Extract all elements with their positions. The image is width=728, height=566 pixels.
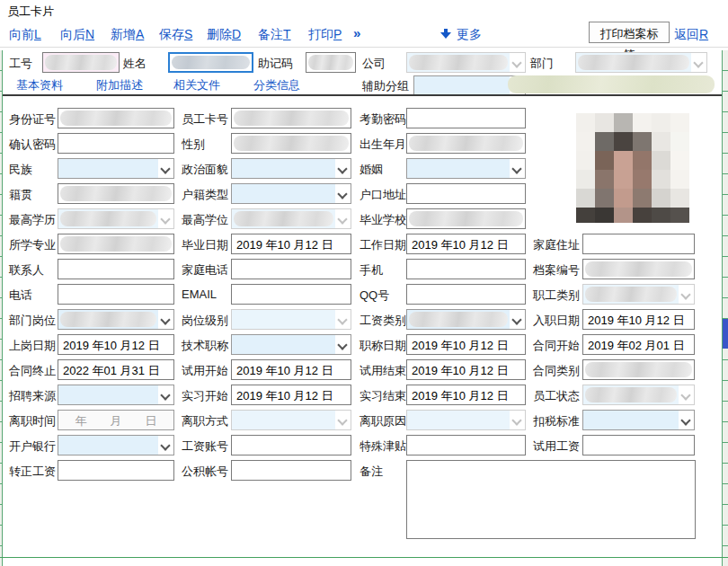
field-label: 合同类别 [533,363,580,379]
combo-box[interactable] [582,284,695,305]
field-label: 试用开始 [182,363,228,379]
photo-mosaic-cell [652,132,670,151]
combo-box[interactable] [231,208,351,229]
text-input[interactable] [231,108,351,128]
text-input[interactable] [582,259,695,279]
combo-box[interactable] [58,435,174,455]
date-input[interactable]: 2019 年10 月12 日 [406,334,526,355]
photo-mosaic-cell [633,170,652,189]
text-input[interactable] [582,359,695,380]
chevron-down-icon [510,159,525,178]
photo-mosaic-cell [652,170,670,189]
field-label: 部门岗位 [9,313,56,329]
combo-box[interactable] [231,309,351,330]
tab-category-info[interactable]: 分类信息 [253,77,300,93]
combo-box[interactable] [231,183,351,204]
text-input[interactable] [406,259,526,279]
photo-mosaic-cell [633,132,652,151]
toolbar-button-a[interactable]: 新增A [111,27,144,43]
combo-box[interactable] [58,385,174,405]
combo-box[interactable] [231,158,351,179]
text-input[interactable] [231,435,351,455]
text-input[interactable] [168,52,253,73]
text-input[interactable] [231,460,351,481]
tab-extra-desc[interactable]: 附加描述 [96,77,143,93]
text-input[interactable] [406,435,526,455]
text-input[interactable] [58,284,174,305]
date-input[interactable]: 2019 年10 月12 日 [406,359,526,380]
date-input[interactable]: 2019 年10 月12 日 [231,234,351,254]
date-input[interactable]: 2022 年01 月31 日 [58,359,174,380]
text-input[interactable] [231,133,351,154]
tab-related-files[interactable]: 相关文件 [173,77,220,93]
combo-box[interactable] [58,158,174,179]
combo-box[interactable] [582,410,695,430]
date-input[interactable]: 2019 年10 月12 日 [231,385,351,405]
combo-value [583,411,679,429]
chevron-down-icon [335,209,351,228]
text-input[interactable] [58,183,174,204]
combo-value [232,209,335,228]
double-chevron-icon[interactable]: » [353,25,360,40]
field-label: 职称日期 [360,338,406,354]
toolbar-button-p[interactable]: 打印P [308,27,342,43]
date-input[interactable]: 2019 年10 月12 日 [406,234,526,254]
chevron-down-icon [335,159,351,178]
tab-basic-info[interactable]: 基本资料 [16,77,63,93]
text-input[interactable] [582,435,695,455]
date-input[interactable]: 2019 年10 月12 日 [58,334,174,355]
text-input[interactable] [406,284,526,305]
text-input[interactable] [582,234,695,254]
combo-box[interactable] [406,52,526,73]
combo-box[interactable] [58,208,174,229]
field-label: 工资类别 [360,313,406,329]
text-input[interactable] [58,133,174,154]
date-input-empty[interactable]: 年 月 日 [58,410,174,430]
back-link[interactable]: 返回R [674,27,708,43]
combo-box[interactable] [231,410,351,430]
text-input[interactable] [306,52,356,73]
date-input[interactable]: 2019 年10 月12 日 [406,385,526,405]
date-input[interactable]: 2019 年10 月12 日 [231,359,351,380]
aux-group-combo-value [414,76,510,95]
text-input[interactable] [58,234,174,254]
toolbar-button-s[interactable]: 保存S [159,27,192,43]
notes-textarea[interactable] [406,460,696,539]
print-archive-label-button[interactable]: 打印档案标签 [589,22,670,43]
text-input[interactable] [58,259,174,279]
field-value: 2019 年02 月01 日 [583,335,694,354]
photo-mosaic-cell [633,189,652,208]
text-input[interactable] [406,183,526,204]
toolbar-button-d[interactable]: 删除D [207,27,241,43]
toolbar-button-l[interactable]: 向前L [9,27,41,43]
combo-box[interactable] [406,410,526,430]
text-input[interactable] [406,108,526,128]
text-input[interactable] [231,284,351,305]
combo-box[interactable] [582,385,695,405]
field-label: 考勤密码 [360,111,406,128]
text-input[interactable] [42,52,120,73]
masked-value [234,211,333,226]
toolbar-button-n[interactable]: 向后N [60,27,94,43]
text-input[interactable] [406,133,526,154]
date-input[interactable]: 2019 年10 月12 日 [582,309,695,330]
masked-value [60,111,172,126]
toolbar-button-text: 向后 [60,27,85,41]
text-input[interactable] [58,108,174,128]
combo-box[interactable] [58,309,174,330]
combo-box[interactable] [575,52,707,73]
field-label: 出生年月 [360,137,406,153]
text-input[interactable] [406,208,526,229]
text-input[interactable] [231,259,351,279]
field-label: 确认密码 [9,137,56,153]
toolbar-button-t[interactable]: 备注T [258,27,291,43]
combo-box[interactable] [406,158,526,179]
text-input[interactable] [58,460,174,481]
masked-value [308,55,353,70]
field-label: 姓名 [123,56,146,72]
combo-box[interactable] [231,334,351,355]
more-button[interactable]: 更多 [440,27,482,43]
date-input[interactable]: 2019 年02 月01 日 [582,334,695,355]
chevron-down-icon [335,310,351,329]
combo-box[interactable] [406,309,526,330]
